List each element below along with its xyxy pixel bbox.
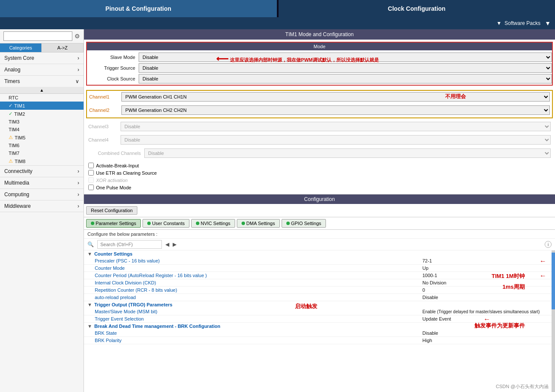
clock-source-label: Clock Source <box>87 76 139 81</box>
chevron-right-icon: › <box>78 191 79 198</box>
sidebar-item-middleware[interactable]: Middleware › <box>0 201 84 212</box>
sidebar-item-tim2[interactable]: ✓ TIM2 <box>0 110 84 118</box>
sidebar-section-analog: Analog › <box>0 64 84 76</box>
gear-icon[interactable]: ⚙ <box>74 33 80 40</box>
config-header: Configuration <box>84 194 555 204</box>
xor-checkbox <box>88 177 94 183</box>
chevron-right-icon: › <box>78 55 79 61</box>
warn-icon: ⚠ <box>9 158 13 164</box>
tab-dot <box>242 222 245 225</box>
activate-break-checkbox[interactable] <box>88 163 94 168</box>
channel4-label: Channel4 <box>88 137 121 142</box>
sidebar-item-tim3[interactable]: TIM3 <box>0 118 84 126</box>
channel4-select[interactable]: Disable <box>121 135 551 145</box>
check-icon: ✓ <box>9 111 12 117</box>
tab-parameter-settings[interactable]: Parameter Settings <box>86 219 141 228</box>
config-tabs: Parameter Settings User Constants NVIC S… <box>84 217 555 230</box>
checkbox-use-etr: Use ETR as Clearing Source <box>88 170 551 176</box>
tab-dot <box>286 222 290 225</box>
tab-categories[interactable]: Categories <box>0 43 42 52</box>
mode-section: Mode Slave Mode Disable Trigger Source D… <box>86 42 553 86</box>
param-row-brk-polarity: BRK Polarity High <box>84 337 555 344</box>
slave-mode-select[interactable]: Disable <box>139 52 552 62</box>
tab-dot <box>196 222 199 225</box>
pinout-tab[interactable]: Pinout & Configuration <box>0 0 277 17</box>
combined-channels-label: Combined Channels <box>88 151 144 156</box>
param-row-prescaler: Prescaler (PSC - 16 bits value) 72-1 <box>84 257 555 265</box>
search-input[interactable] <box>3 31 72 41</box>
scrollbar-thumb[interactable] <box>552 253 555 309</box>
lower-channel-section: Channel3 Disable Channel4 Disable Combin… <box>86 120 553 161</box>
use-etr-checkbox[interactable] <box>88 170 94 176</box>
clock-tab[interactable]: Clock Configuration <box>279 0 555 17</box>
reset-config-button[interactable]: Reset Configuration <box>86 206 137 215</box>
sidebar-item-tim1[interactable]: ✓ TIM1 <box>0 102 84 110</box>
channel1-select[interactable]: PWM Generation CH1 CH1N <box>121 92 550 102</box>
sidebar-item-timers[interactable]: Timers ∨ <box>0 76 84 87</box>
channel2-select[interactable]: PWM Generation CH2 CH2N <box>121 105 550 115</box>
sidebar-section-system-core: System Core › <box>0 52 84 64</box>
chevron-right-icon: › <box>78 180 79 186</box>
combined-select[interactable]: Disable <box>144 148 551 158</box>
sidebar-item-system-core[interactable]: System Core › <box>0 52 84 64</box>
clock-source-select[interactable]: Disable <box>139 74 552 83</box>
param-row-trigger-event: Trigger Event Selection Update Event <box>84 315 555 323</box>
params-search-input[interactable] <box>97 240 162 249</box>
channel1-label: Channel1 <box>89 94 121 99</box>
sidebar-item-computing[interactable]: Computing › <box>0 189 84 200</box>
tab-atoz[interactable]: A->Z <box>42 43 84 52</box>
watermark: CSDN @小石头有大内涵 <box>496 383 549 390</box>
param-row-counter-period: Counter Period (AutoReload Register - 16… <box>84 272 555 279</box>
tab-dma-settings[interactable]: DMA Settings <box>237 219 280 228</box>
sidebar-section-computing: Computing › <box>0 189 84 201</box>
content-area: TIM1 Mode and Configuration Mode Slave M… <box>84 29 555 392</box>
trigger-source-select[interactable]: Disable <box>139 63 552 73</box>
param-row-rcr: Repetition Counter (RCR - 8 bits value) … <box>84 287 555 294</box>
tab-gpio-settings[interactable]: GPIO Settings <box>282 219 326 228</box>
param-nav-next[interactable]: ▶ <box>173 241 177 247</box>
param-row-counter-mode: Counter Mode Up <box>84 265 555 272</box>
sidebar-item-tim8[interactable]: ⚠ TIM8 <box>0 157 84 165</box>
sidebar-item-tim6[interactable]: TIM6 <box>0 142 84 149</box>
sidebar-item-analog[interactable]: Analog › <box>0 64 84 75</box>
sidebar: ⚙ Categories A->Z System Core › Analog › <box>0 29 84 392</box>
mode-header: Mode <box>87 43 552 50</box>
sidebar-item-connectivity[interactable]: Connectivity › <box>0 166 84 177</box>
scroll-up-button[interactable]: ▲ <box>0 87 84 94</box>
params-container: ▼ Counter Settings Prescaler (PSC - 16 b… <box>84 250 555 392</box>
checkbox-section: Activate-Break-Input Use ETR as Clearing… <box>84 161 555 194</box>
sidebar-item-tim5[interactable]: ⚠ TIM5 <box>0 133 84 142</box>
param-group-counter-settings[interactable]: ▼ Counter Settings <box>84 250 555 257</box>
param-nav-prev[interactable]: ◀ <box>165 241 169 247</box>
tab-dot <box>91 222 94 225</box>
chevron-right-icon: › <box>78 203 79 209</box>
slave-mode-label: Slave Mode <box>87 55 139 60</box>
scrollbar-track[interactable] <box>552 250 555 392</box>
tab-user-constants[interactable]: User Constants <box>143 219 189 228</box>
param-group-brk[interactable]: ▼ Break And Dead Time management - BRK C… <box>84 323 555 330</box>
trigger-source-label: Trigger Source <box>87 65 139 71</box>
warn-icon: ⚠ <box>9 135 13 140</box>
one-pulse-checkbox[interactable] <box>88 185 94 190</box>
config-toolbar: Reset Configuration <box>84 204 555 217</box>
sidebar-item-tim7[interactable]: TIM7 <box>0 149 84 157</box>
param-group-trgo[interactable]: ▼ Trigger Output (TRGO) Parameters <box>84 301 555 308</box>
software-packs-label[interactable]: ▼ Software Packs <box>496 20 540 26</box>
channel-section: Channel1 PWM Generation CH1 CH1N Channel… <box>86 90 553 118</box>
param-row-auto-reload: auto-reload preload Disable <box>84 294 555 301</box>
param-row-brk-state: BRK State Disable <box>84 330 555 337</box>
checkbox-activate-break: Activate-Break-Input <box>88 163 551 168</box>
sidebar-item-rtc[interactable]: RTC <box>0 94 84 102</box>
sidebar-section-multimedia: Multimedia › <box>0 177 84 189</box>
checkbox-one-pulse: One Pulse Mode <box>88 185 551 190</box>
sidebar-item-multimedia[interactable]: Multimedia › <box>0 177 84 188</box>
content-title: TIM1 Mode and Configuration <box>84 29 555 40</box>
sidebar-item-tim4[interactable]: TIM4 <box>0 126 84 133</box>
chevron-right-icon: › <box>78 168 79 174</box>
channel3-label: Channel3 <box>88 124 121 129</box>
param-row-msm: Master/Slave Mode (MSM bit) Enable (Trig… <box>84 308 555 315</box>
pinout-label: Pinout & Configuration <box>105 5 171 12</box>
tab-nvic-settings[interactable]: NVIC Settings <box>191 219 235 228</box>
sidebar-section-connectivity: Connectivity › <box>0 166 84 177</box>
channel3-select[interactable]: Disable <box>121 122 551 131</box>
